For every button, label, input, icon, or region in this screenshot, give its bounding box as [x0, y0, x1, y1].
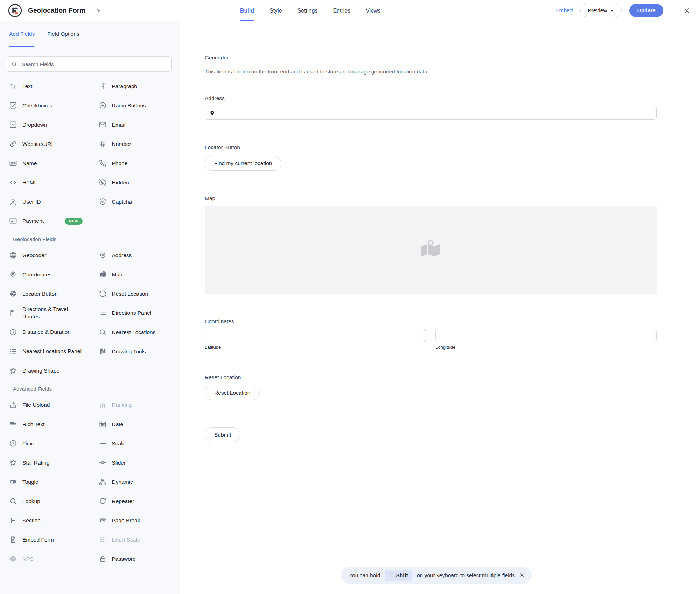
map-field[interactable]: Map — [205, 195, 657, 294]
field-item-label: Radio Buttons — [112, 102, 146, 109]
page-title: Geolocation Form — [28, 7, 85, 14]
field-item-paragraph[interactable]: Paragraph — [99, 77, 174, 96]
link-icon — [9, 140, 17, 148]
field-item-checkboxes[interactable]: Checkboxes — [9, 96, 85, 115]
tab-settings[interactable]: Settings — [298, 0, 318, 21]
field-item-label: Rich Text — [22, 421, 44, 427]
coordinates-field[interactable]: Coordinates Latitude Longitude — [205, 318, 657, 350]
field-item-directions-panel[interactable]: Directions Panel — [99, 303, 174, 323]
field-item-html[interactable]: HTML — [9, 173, 85, 192]
field-item-likert-scale[interactable]: Likert Scale — [99, 530, 174, 549]
search-icon — [11, 61, 18, 69]
form-switcher-chevron-down-icon[interactable] — [96, 8, 102, 13]
embed-link[interactable]: Embed — [555, 7, 573, 14]
field-item-payment[interactable]: PaymentNEW — [9, 211, 85, 231]
tab-style[interactable]: Style — [270, 0, 282, 21]
paragraph-icon — [99, 82, 107, 90]
field-item-email[interactable]: Email — [99, 115, 174, 134]
field-item-map[interactable]: Map — [99, 265, 174, 284]
field-item-name[interactable]: Name — [9, 154, 85, 173]
field-item-locator-button[interactable]: Locator Button — [9, 284, 85, 303]
reset-location-button[interactable]: Reset Location — [205, 386, 260, 400]
field-item-website-url[interactable]: Website/URL — [9, 134, 85, 154]
find-my-location-button[interactable]: Find my current location — [205, 156, 281, 171]
field-item-nearest-locations-panel[interactable]: Nearest Locations Panel — [9, 342, 85, 361]
field-item-star-rating[interactable]: Star Rating — [9, 453, 85, 472]
tab-views[interactable]: Views — [366, 0, 380, 21]
toast-close-icon[interactable] — [519, 573, 525, 578]
tab-build[interactable]: Build — [240, 0, 254, 21]
field-item-scale[interactable]: Scale — [99, 434, 174, 453]
field-item-captcha[interactable]: Captcha — [99, 192, 174, 211]
field-item-label: Password — [112, 556, 136, 562]
reset-location-field[interactable]: Reset Location Reset Location — [205, 374, 657, 400]
field-item-time[interactable]: Time — [9, 434, 85, 453]
globe-icon — [9, 290, 17, 298]
field-item-reset-location[interactable]: Reset Location — [99, 284, 174, 303]
field-item-dropdown[interactable]: Dropdown — [9, 115, 85, 134]
upload-icon — [9, 401, 17, 409]
latitude-input[interactable] — [209, 333, 421, 339]
field-item-label: Reset Location — [112, 291, 148, 297]
field-item-distance-duration[interactable]: Distance & Duration — [9, 323, 85, 342]
field-item-toggle[interactable]: Toggle — [9, 472, 85, 492]
field-item-nps[interactable]: NPS — [9, 549, 85, 568]
geocoder-field[interactable]: Geocoder This field is hidden on the fro… — [205, 55, 657, 75]
field-item-hidden[interactable]: Hidden — [99, 173, 174, 192]
address-input[interactable] — [218, 110, 652, 116]
close-icon[interactable] — [679, 7, 694, 14]
field-item-text[interactable]: Text — [9, 77, 85, 96]
preview-button[interactable]: Preview — [580, 4, 622, 17]
field-item-file-upload[interactable]: File Upload — [9, 395, 85, 415]
field-item-label: File Upload — [22, 402, 50, 408]
field-item-slider[interactable]: Slider — [99, 453, 174, 472]
tab-add-fields[interactable]: Add Fields — [9, 21, 35, 47]
field-item-drawing-tools[interactable]: Drawing Tools — [99, 342, 174, 361]
map-icon — [99, 270, 107, 278]
field-item-rich-text[interactable]: Rich Text — [9, 415, 85, 434]
dot-grid-icon — [99, 536, 107, 544]
file-text-icon — [9, 536, 17, 544]
credit-card-icon — [9, 217, 17, 225]
field-item-lookup[interactable]: Lookup — [9, 492, 85, 511]
field-item-coordinates[interactable]: Coordinates — [9, 265, 85, 284]
locator-button-label: Locator Button — [205, 144, 657, 150]
header-actions: Embed Preview Update — [555, 0, 700, 21]
tab-field-options[interactable]: Field Options — [47, 21, 79, 47]
field-item-drawing-shape[interactable]: Drawing Shape — [9, 361, 85, 380]
field-item-label: Drawing Shape — [22, 368, 59, 374]
field-item-embed-form[interactable]: Embed Form — [9, 530, 85, 549]
locator-button-field[interactable]: Locator Button Find my current location — [205, 144, 657, 171]
field-item-geocoder[interactable]: Geocoder — [9, 246, 85, 265]
fields-sidebar: Add Fields Field Options TextParagraphCh… — [0, 21, 180, 594]
tab-entries[interactable]: Entries — [333, 0, 350, 21]
field-item-user-id[interactable]: User ID — [9, 192, 85, 211]
coordinates-row: Latitude Longitude — [205, 329, 657, 350]
submit-button[interactable]: Submit — [205, 427, 240, 442]
toggle-icon — [9, 478, 17, 486]
longitude-input[interactable] — [440, 333, 652, 339]
field-item-repeater[interactable]: Repeater — [99, 492, 174, 511]
field-item-label: Address — [112, 252, 132, 259]
shift-key-badge: ⇧ Shift — [385, 570, 412, 581]
map-placeholder[interactable] — [205, 206, 657, 294]
field-item-section[interactable]: Section — [9, 511, 85, 530]
field-item-date[interactable]: Date — [99, 415, 174, 434]
field-item-phone[interactable]: Phone — [99, 154, 174, 173]
field-item-page-break[interactable]: Page Break — [99, 511, 174, 530]
field-item-address[interactable]: Address — [99, 246, 174, 265]
field-item-ranking[interactable]: Ranking — [99, 395, 174, 415]
address-field[interactable]: Address — [205, 95, 657, 120]
id-card-icon — [9, 159, 17, 167]
field-item-directions-travel-routes[interactable]: Directions & Travel Routes — [9, 303, 85, 323]
field-item-radio-buttons[interactable]: Radio Buttons — [99, 96, 174, 115]
header-divider — [671, 0, 671, 21]
hierarchy-icon — [99, 478, 107, 486]
field-item-dynamic[interactable]: Dynamic — [99, 472, 174, 492]
search-input[interactable] — [6, 56, 172, 72]
field-item-number[interactable]: Number — [99, 134, 174, 154]
list-icon — [9, 347, 17, 355]
field-item-nearest-locations[interactable]: Nearest Locations — [99, 323, 174, 342]
update-button[interactable]: Update — [629, 4, 663, 17]
field-item-password[interactable]: Password — [99, 549, 174, 568]
